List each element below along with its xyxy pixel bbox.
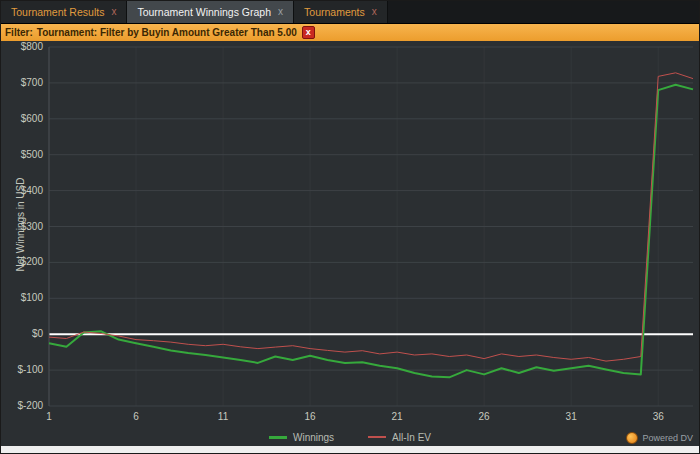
filter-close-icon[interactable]: x: [302, 26, 315, 39]
svg-text:36: 36: [653, 411, 665, 422]
tab-bar: Tournament Results x Tournament Winnings…: [1, 1, 699, 24]
legend-label: All-In EV: [392, 432, 431, 443]
bottom-scrollbar-strip[interactable]: [1, 446, 699, 453]
svg-text:$500: $500: [21, 149, 44, 160]
allin-ev-line-swatch: [368, 436, 386, 438]
powered-by-icon: [626, 432, 638, 444]
powered-by: Powered DV: [626, 432, 693, 444]
filter-bar: Filter: Tournament: Filter by Buyin Amou…: [1, 24, 699, 41]
tab-close-icon[interactable]: x: [372, 7, 377, 17]
tab-label: Tournament Results: [11, 6, 104, 18]
tab-label: Tournament Winnings Graph: [137, 6, 271, 18]
svg-text:16: 16: [305, 411, 317, 422]
svg-text:11: 11: [218, 411, 229, 422]
svg-text:$0: $0: [32, 328, 44, 339]
svg-text:$800: $800: [21, 41, 44, 52]
tab-close-icon[interactable]: x: [278, 7, 283, 17]
svg-text:$200: $200: [21, 256, 44, 267]
svg-text:$100: $100: [21, 292, 44, 303]
svg-text:21: 21: [392, 411, 404, 422]
filter-text: Tournament: Filter by Buyin Amount Great…: [37, 27, 297, 38]
svg-text:$600: $600: [21, 113, 44, 124]
chart-region: Net Winnings in USD $800$700$600$500$400…: [1, 41, 699, 426]
app-window: Tournament Results x Tournament Winnings…: [0, 0, 700, 454]
svg-text:$-100: $-100: [17, 364, 43, 375]
powered-by-label: Powered DV: [642, 433, 693, 443]
winnings-chart: $800$700$600$500$400$300$200$100$0$-100$…: [1, 41, 700, 426]
winnings-line-swatch: [269, 436, 287, 439]
svg-text:6: 6: [133, 411, 139, 422]
tab-label: Tournaments: [304, 6, 365, 18]
svg-text:$-200: $-200: [17, 400, 43, 411]
svg-text:$400: $400: [21, 185, 44, 196]
tab-close-icon[interactable]: x: [111, 7, 116, 17]
svg-text:31: 31: [566, 411, 578, 422]
tab-tournament-results[interactable]: Tournament Results x: [1, 1, 127, 23]
svg-text:$300: $300: [21, 221, 44, 232]
svg-text:$700: $700: [21, 77, 44, 88]
legend-item-winnings: Winnings: [269, 432, 334, 443]
chart-legend: Winnings All-In EV: [1, 426, 699, 448]
tab-tournaments[interactable]: Tournaments x: [294, 1, 388, 23]
filter-prefix: Filter:: [5, 27, 33, 38]
tab-tournament-winnings-graph[interactable]: Tournament Winnings Graph x: [127, 1, 294, 23]
legend-item-allin-ev: All-In EV: [368, 432, 431, 443]
legend-label: Winnings: [293, 432, 334, 443]
svg-text:1: 1: [46, 411, 52, 422]
svg-text:26: 26: [479, 411, 491, 422]
